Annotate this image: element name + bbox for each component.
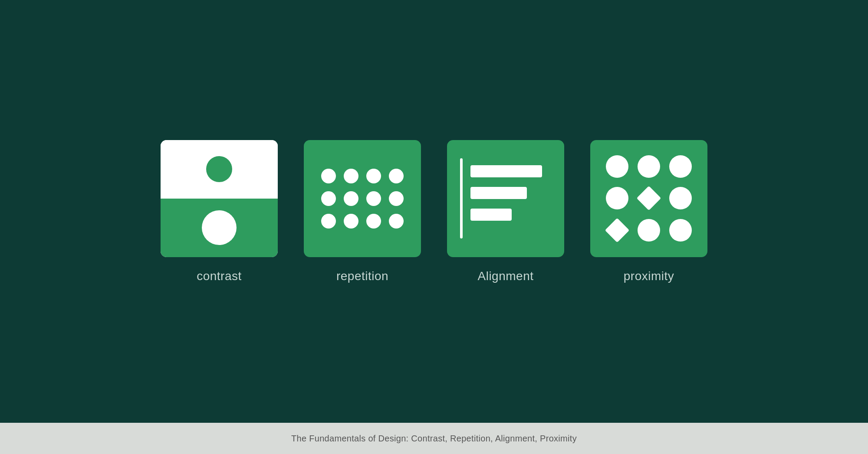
- main-content: contrast repetition: [0, 0, 868, 423]
- dot: [321, 169, 336, 183]
- alignment-label: Alignment: [477, 269, 533, 283]
- dot: [344, 169, 358, 183]
- dot: [389, 214, 404, 229]
- proximity-card: proximity: [590, 140, 707, 283]
- dot: [389, 191, 404, 206]
- alignment-bar-short: [470, 209, 512, 221]
- prox-circle: [638, 219, 660, 242]
- footer-text: The Fundamentals of Design: Contrast, Re…: [291, 434, 577, 444]
- dot: [389, 169, 404, 183]
- proximity-illustration: [590, 140, 707, 257]
- dot: [344, 191, 358, 206]
- proximity-label: proximity: [624, 269, 674, 283]
- prox-circle: [669, 155, 692, 178]
- footer: The Fundamentals of Design: Contrast, Re…: [0, 423, 868, 454]
- alignment-vertical-line: [460, 158, 463, 238]
- prox-circle: [669, 219, 692, 242]
- dot-row-1: [321, 169, 404, 183]
- contrast-card: contrast: [161, 140, 278, 283]
- alignment-card: Alignment: [447, 140, 564, 283]
- dot: [321, 191, 336, 206]
- contrast-label: contrast: [197, 269, 242, 283]
- prox-circle: [638, 155, 660, 178]
- dot: [366, 214, 381, 229]
- alignment-bar-medium: [470, 187, 527, 199]
- alignment-illustration: [447, 140, 564, 257]
- repetition-card: repetition: [304, 140, 421, 283]
- dot-row-3: [321, 214, 404, 229]
- dot: [366, 191, 381, 206]
- dot: [366, 169, 381, 183]
- contrast-illustration: [161, 140, 278, 257]
- contrast-small-circle: [206, 156, 232, 182]
- alignment-bars: [470, 153, 542, 233]
- prox-diamond: [605, 218, 629, 243]
- repetition-illustration: [304, 140, 421, 257]
- contrast-large-circle: [202, 210, 237, 245]
- prox-diamond: [637, 186, 661, 211]
- contrast-bottom-half: [161, 199, 278, 257]
- prox-circle: [669, 187, 692, 209]
- contrast-top-half: [161, 140, 278, 199]
- prox-circle: [606, 155, 628, 178]
- dot: [321, 214, 336, 229]
- prox-circle: [606, 187, 628, 209]
- dot-row-2: [321, 191, 404, 206]
- alignment-bar-long: [470, 165, 542, 177]
- repetition-label: repetition: [336, 269, 388, 283]
- dot: [344, 214, 358, 229]
